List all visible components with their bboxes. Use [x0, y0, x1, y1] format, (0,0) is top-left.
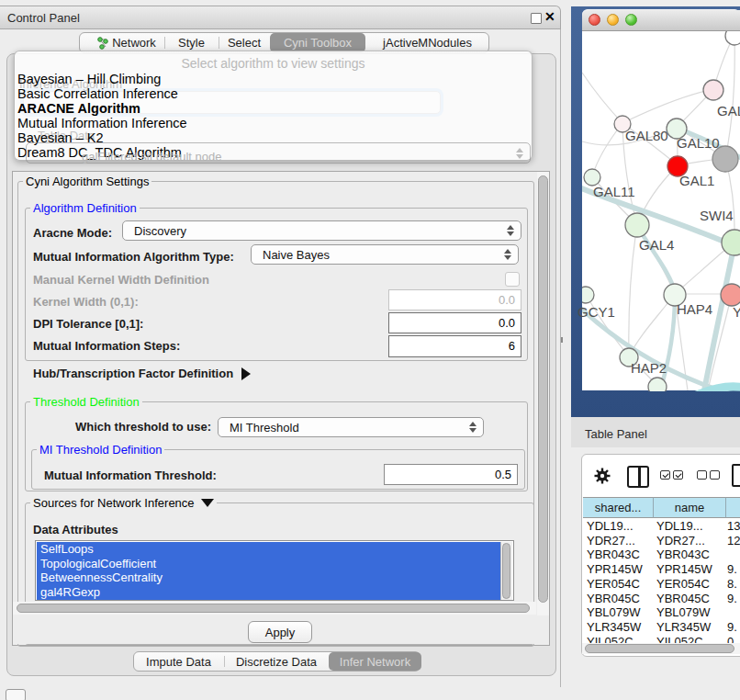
table-cell-shared[interactable]: YBR045C: [587, 592, 640, 605]
combo-arrows-icon: [507, 225, 514, 236]
table-cell-shared[interactable]: YDL19...: [587, 519, 633, 533]
screen: Control Panel ✕ Network Style Select Cyn…: [0, 0, 740, 700]
aracne-mode-label: Aracne Mode:: [33, 226, 112, 240]
data-attributes-list[interactable]: SelfLoops TopologicalCoefficient Between…: [35, 540, 514, 601]
dropdown-header: Select algorithm to view settings: [15, 56, 532, 71]
table-cell-name[interactable]: YDR27...: [656, 534, 705, 548]
table-cell-value[interactable]: 12: [727, 534, 740, 548]
node-label: GAL10: [677, 135, 720, 151]
which-threshold-combo[interactable]: MI Threshold: [218, 417, 484, 437]
hub-definition-label: Hub/Transcription Factor Definition: [33, 367, 233, 380]
select-all-checkbox-icon2[interactable]: [673, 470, 683, 480]
node-label: GAL1: [679, 173, 714, 188]
data-attributes-label: Data Attributes: [33, 523, 118, 536]
kernel-width-input[interactable]: 0.0: [388, 289, 521, 310]
manual-kernel-width-checkbox[interactable]: [505, 272, 520, 287]
node-label: GAL11: [593, 184, 635, 199]
dpi-tolerance-input[interactable]: 0.0: [388, 312, 521, 333]
deselect-all-checkbox-icon[interactable]: [697, 470, 707, 480]
table-cell-shared[interactable]: YLR345W: [587, 620, 641, 634]
table-cell-value[interactable]: 9.: [727, 592, 737, 605]
list-item[interactable]: SelfLoops: [37, 542, 502, 557]
tab-network-label: Network: [112, 36, 156, 50]
columns-icon[interactable]: [627, 466, 649, 488]
table-cell-name[interactable]: YBR045C: [656, 592, 710, 605]
mi-threshold-input[interactable]: 0.5: [384, 464, 518, 485]
node-label: GAL: [717, 103, 740, 119]
expand-arrow-icon[interactable]: [241, 367, 251, 380]
tab-jactivemnodules[interactable]: jActiveMNodules: [366, 33, 488, 52]
list-item[interactable]: [37, 599, 502, 601]
collapse-arrow-icon[interactable]: [201, 499, 214, 507]
tab-select[interactable]: Select: [219, 33, 269, 52]
minimize-traffic-light[interactable]: [607, 14, 619, 26]
table-cell-name[interactable]: YDL19...: [656, 519, 703, 533]
table-cell-value[interactable]: 8.: [727, 577, 737, 591]
table-cell-shared[interactable]: YER054C: [587, 577, 640, 591]
tab-discretize-data[interactable]: Discretize Data: [225, 652, 328, 671]
node-label: SWI4: [700, 208, 734, 223]
mouse-cursor: [561, 337, 566, 343]
dropdown-item[interactable]: Mutual Information Inference: [17, 116, 187, 130]
collapsed-panel-icon[interactable]: [6, 689, 26, 700]
select-all-checkbox-icon[interactable]: [660, 470, 670, 480]
manual-kernel-width-label: Manual Kernel Width Definition: [33, 273, 209, 287]
close-icon[interactable]: ✕: [544, 9, 555, 24]
list-item[interactable]: TopologicalCoefficient: [37, 557, 502, 571]
network-icon: [97, 37, 108, 50]
tab-infer-network[interactable]: Infer Network: [329, 652, 421, 671]
dropdown-item[interactable]: Basic Correlation Inference: [17, 86, 178, 101]
zoom-traffic-light[interactable]: [625, 14, 637, 26]
dpi-tolerance-label: DPI Tolerance [0,1]:: [33, 317, 143, 331]
tab-impute-data[interactable]: Impute Data: [134, 652, 223, 671]
table-cell-value[interactable]: 9.: [727, 620, 737, 634]
table-cell-shared[interactable]: YBL079W: [587, 605, 641, 619]
close-traffic-light[interactable]: [589, 14, 600, 26]
document-icon[interactable]: [732, 464, 740, 487]
column-header-name[interactable]: name: [654, 497, 726, 518]
table-panel-title: Table Panel: [585, 427, 647, 441]
tab-cyni-toolbox[interactable]: Cyni Toolbox: [270, 33, 365, 52]
table-cell-name[interactable]: YBL079W: [656, 605, 711, 619]
table-cell-name[interactable]: YPR145W: [656, 562, 712, 576]
table-cell-value[interactable]: 9.: [727, 562, 737, 576]
cyni-algorithm-settings-title: Cyni Algorithm Settings: [23, 175, 151, 188]
table-cell-name[interactable]: YBR043C: [656, 548, 710, 561]
mi-steps-input[interactable]: 6: [388, 335, 521, 357]
dropdown-item-selected[interactable]: ARACNE Algorithm: [17, 101, 140, 116]
table-cell-shared[interactable]: YPR145W: [587, 562, 643, 576]
list-item[interactable]: gal4RGexp: [37, 585, 502, 600]
node-label: GAL4: [639, 237, 674, 253]
deselect-all-checkbox-icon2[interactable]: [710, 470, 720, 480]
column-header-shared[interactable]: shared...: [583, 497, 654, 518]
column-header-partial[interactable]: [726, 497, 740, 518]
hub-definition-row[interactable]: Hub/Transcription Factor Definition: [33, 367, 251, 380]
float-window-button[interactable]: [531, 13, 542, 24]
table-cell-name[interactable]: YER054C: [656, 577, 710, 591]
combo-arrows-icon: [516, 148, 523, 159]
bottom-tabbar: Impute Data Discretize Data Infer Networ…: [133, 651, 420, 672]
settings-horizontal-scrollbar[interactable]: [13, 602, 536, 615]
apply-button[interactable]: Apply: [248, 621, 312, 643]
node-label: HAP4: [677, 301, 712, 317]
table-cell-value[interactable]: 13: [727, 519, 740, 533]
table-cell-shared[interactable]: YDR27...: [587, 534, 635, 548]
mi-threshold-label: Mutual Information Threshold:: [44, 469, 217, 482]
tab-network[interactable]: Network: [87, 33, 166, 52]
control-panel-titlebar: [0, 6, 561, 29]
mi-threshold-title: MI Threshold Definition: [37, 443, 164, 457]
table-data-combo[interactable]: galFiltered.sif default node: [26, 142, 531, 164]
settings-vertical-scrollbar[interactable]: [537, 172, 549, 615]
list-item[interactable]: BetweennessCentrality: [37, 570, 502, 585]
mi-algorithm-type-combo[interactable]: Naive Bayes: [251, 244, 519, 265]
network-window-titlebar: [582, 10, 740, 31]
dropdown-item[interactable]: Bayesian – Hill Climbing: [17, 72, 161, 86]
tab-style[interactable]: Style: [165, 33, 218, 52]
table-horizontal-scrollbar[interactable]: [582, 643, 740, 654]
list-scrollbar[interactable]: [500, 542, 512, 601]
mi-steps-label: Mutual Information Steps:: [33, 339, 180, 353]
aracne-mode-combo[interactable]: Discovery: [122, 220, 521, 241]
gear-icon[interactable]: [594, 468, 611, 484]
table-cell-shared[interactable]: YBR043C: [587, 548, 640, 561]
table-cell-name[interactable]: YLR345W: [656, 620, 711, 634]
